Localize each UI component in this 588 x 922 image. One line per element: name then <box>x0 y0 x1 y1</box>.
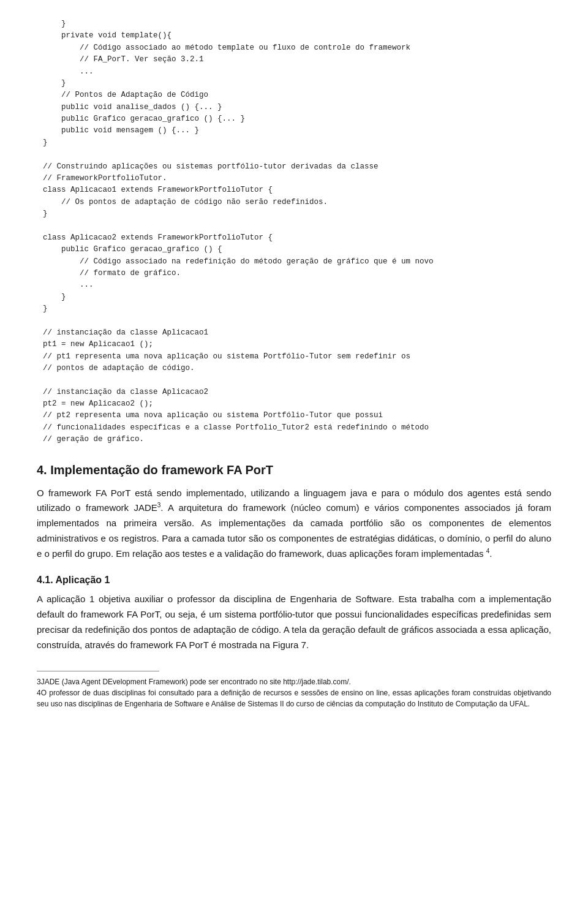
section4-paragraph1: O framework FA PorT está sendo implement… <box>37 486 551 562</box>
section4-heading: 4. Implementação do framework FA PorT <box>37 463 551 477</box>
section41-heading: 4.1. Aplicação 1 <box>37 575 551 586</box>
footnote-divider <box>37 671 159 671</box>
section41-paragraph1: A aplicação 1 objetiva auxiliar o profes… <box>37 592 551 652</box>
footnote-3: 3JADE (Java Agent DEvelopment Framework)… <box>37 676 551 687</box>
code-section: } private void template(){ // Código ass… <box>37 18 551 446</box>
code-block-1: } private void template(){ // Código ass… <box>37 18 551 446</box>
footnote-4: 4O professor de duas disciplinas foi con… <box>37 687 551 709</box>
